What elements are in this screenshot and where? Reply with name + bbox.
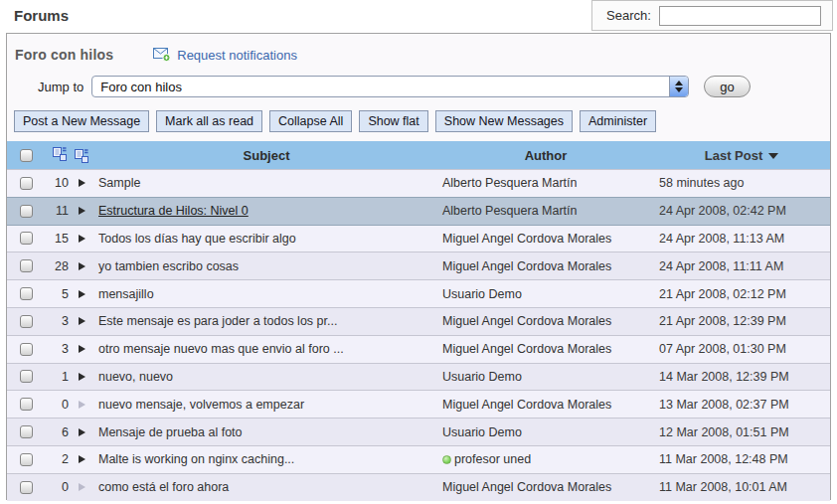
- reply-count: 11: [45, 204, 69, 218]
- row-checkbox[interactable]: [20, 370, 33, 383]
- expand-thread-icon[interactable]: [79, 317, 85, 325]
- request-notifications[interactable]: Request notifications: [153, 48, 297, 63]
- last-post-date: 24 Apr 2008, 02:42 PM: [653, 204, 830, 218]
- row-checkbox[interactable]: [20, 398, 33, 411]
- expand-thread-icon[interactable]: [79, 401, 85, 409]
- expand-thread-icon[interactable]: [79, 207, 85, 215]
- thread-row[interactable]: 1 nuevo, nuevo Usuario Demo 14 Mar 2008,…: [7, 363, 830, 391]
- thread-row[interactable]: 15 Todos los días hay que escribir algo …: [7, 225, 830, 252]
- post-new-message-button[interactable]: Post a New Message: [14, 110, 149, 132]
- reply-count: 0: [45, 480, 69, 494]
- row-checkbox[interactable]: [20, 425, 33, 438]
- thread-row[interactable]: 2 Malte is working on nginx caching... p…: [7, 445, 830, 473]
- thread-subject[interactable]: como está el foro ahora: [98, 480, 229, 494]
- table-header-row: Subject Author Last Post: [7, 141, 830, 169]
- last-post-date: 21 Apr 2008, 12:39 PM: [653, 314, 830, 328]
- thread-row[interactable]: 3 Este mensaje es para joder a todos los…: [7, 307, 830, 335]
- last-post-date: 07 Apr 2008, 01:30 PM: [653, 342, 830, 356]
- expand-thread-icon[interactable]: [79, 428, 85, 436]
- thread-subject[interactable]: Estructura de Hilos: Nivel 0: [98, 204, 249, 218]
- reply-count: 10: [45, 176, 69, 190]
- thread-author: Miguel Angel Cordova Morales: [442, 480, 611, 494]
- thread-subject[interactable]: nuevo, nuevo: [98, 370, 173, 384]
- thread-subject[interactable]: Todos los días hay que escribir algo: [98, 232, 296, 246]
- thread-subject[interactable]: Mensaje de prueba al foto: [98, 425, 243, 439]
- envelope-plus-icon: [153, 48, 171, 62]
- thread-row[interactable]: 11 Estructura de Hilos: Nivel 0 Alberto …: [7, 197, 830, 225]
- show-new-messages-button[interactable]: Show New Messages: [435, 110, 573, 132]
- row-checkbox[interactable]: [20, 453, 33, 466]
- thread-row[interactable]: 0 nuevo mensaje, volvemos a empezar Migu…: [7, 390, 830, 418]
- row-checkbox[interactable]: [20, 343, 33, 356]
- row-checkbox[interactable]: [20, 259, 33, 272]
- thread-row[interactable]: 6 Mensaje de prueba al foto Usuario Demo…: [7, 418, 830, 445]
- row-checkbox[interactable]: [20, 287, 33, 300]
- last-post-column-header[interactable]: Last Post: [653, 148, 830, 163]
- show-flat-button[interactable]: Show flat: [359, 110, 427, 132]
- row-checkbox[interactable]: [20, 205, 33, 218]
- collapse-all-button[interactable]: Collapse All: [269, 110, 352, 132]
- thread-subject[interactable]: mensajillo: [98, 287, 154, 301]
- reply-count: 6: [45, 425, 69, 439]
- last-post-date: 24 Apr 2008, 11:11 AM: [653, 259, 830, 273]
- thread-subject[interactable]: Malte is working on nginx caching...: [98, 452, 294, 466]
- top-bar: Forums Search:: [0, 0, 837, 33]
- request-notifications-link[interactable]: Request notifications: [177, 48, 297, 63]
- expand-thread-icon[interactable]: [79, 262, 85, 270]
- last-post-date: 24 Apr 2008, 11:13 AM: [653, 232, 830, 246]
- expand-thread-icon[interactable]: [79, 179, 85, 187]
- thread-subject[interactable]: Este mensaje es para joder a todos los p…: [98, 314, 337, 328]
- thread-author: Miguel Angel Cordova Morales: [442, 398, 611, 412]
- expand-thread-icon[interactable]: [79, 483, 85, 491]
- last-post-date: 21 Apr 2008, 02:12 PM: [653, 287, 830, 301]
- row-checkbox[interactable]: [20, 481, 33, 494]
- thread-author: Miguel Angel Cordova Morales: [442, 232, 611, 246]
- last-post-date: 13 Mar 2008, 02:37 PM: [653, 398, 830, 412]
- toolbar: Post a New Message Mark all as read Coll…: [14, 110, 830, 132]
- search-input[interactable]: [659, 6, 821, 26]
- sort-thread-icon[interactable]: [75, 148, 88, 163]
- expand-thread-icon[interactable]: [79, 345, 85, 353]
- subject-column-header[interactable]: Subject: [94, 148, 438, 163]
- author-column-header[interactable]: Author: [438, 148, 653, 163]
- go-button[interactable]: go: [704, 76, 750, 97]
- thread-author: Miguel Angel Cordova Morales: [442, 314, 611, 328]
- thread-subject[interactable]: yo tambien escribo cosas: [98, 259, 239, 273]
- thread-table-body: 10 Sample Alberto Pesquera Martín 58 min…: [7, 169, 830, 501]
- last-post-date: 58 minutes ago: [653, 176, 830, 190]
- thread-author: Usuario Demo: [442, 287, 522, 301]
- row-checkbox[interactable]: [20, 315, 33, 328]
- mark-all-as-read-button[interactable]: Mark all as read: [156, 110, 262, 132]
- row-checkbox[interactable]: [20, 177, 33, 190]
- expand-thread-icon[interactable]: [79, 235, 85, 243]
- thread-row[interactable]: 3 otro mensaje nuevo mas que envio al fo…: [7, 335, 830, 363]
- expand-thread-icon[interactable]: [79, 373, 85, 381]
- forum-select[interactable]: Foro con hilos: [91, 76, 689, 97]
- sort-replies-icon[interactable]: [53, 146, 67, 161]
- thread-row[interactable]: 5 mensajillo Usuario Demo 21 Apr 2008, 0…: [7, 279, 830, 307]
- select-stepper-icon: [669, 77, 688, 96]
- thread-author: Miguel Angel Cordova Morales: [442, 342, 611, 356]
- administer-button[interactable]: Administer: [580, 110, 656, 132]
- reply-count: 0: [45, 398, 69, 412]
- thread-author: Usuario Demo: [442, 425, 522, 439]
- search-box: Search:: [591, 0, 833, 31]
- expand-thread-icon[interactable]: [79, 290, 85, 298]
- forum-header: Foro con hilos Request notifications: [15, 47, 830, 63]
- reply-count: 5: [45, 287, 69, 301]
- expand-thread-icon[interactable]: [79, 455, 85, 463]
- thread-subject[interactable]: Sample: [98, 176, 140, 190]
- thread-subject[interactable]: otro mensaje nuevo mas que envio al foro…: [98, 342, 344, 356]
- forum-title: Foro con hilos: [15, 47, 113, 63]
- thread-subject[interactable]: nuevo mensaje, volvemos a empezar: [98, 398, 304, 412]
- sort-descending-icon: [768, 153, 778, 159]
- page-title: Forums: [14, 7, 69, 24]
- select-all-checkbox[interactable]: [20, 149, 33, 162]
- thread-row[interactable]: 28 yo tambien escribo cosas Miguel Angel…: [7, 252, 830, 279]
- thread-row[interactable]: 0 como está el foro ahora Miguel Angel C…: [7, 473, 830, 501]
- last-post-date: 11 Mar 2008, 10:01 AM: [653, 480, 830, 494]
- reply-count: 2: [45, 452, 69, 466]
- thread-row[interactable]: 10 Sample Alberto Pesquera Martín 58 min…: [7, 169, 830, 197]
- jump-to-row: Jump to Foro con hilos go: [38, 76, 830, 97]
- row-checkbox[interactable]: [20, 232, 33, 245]
